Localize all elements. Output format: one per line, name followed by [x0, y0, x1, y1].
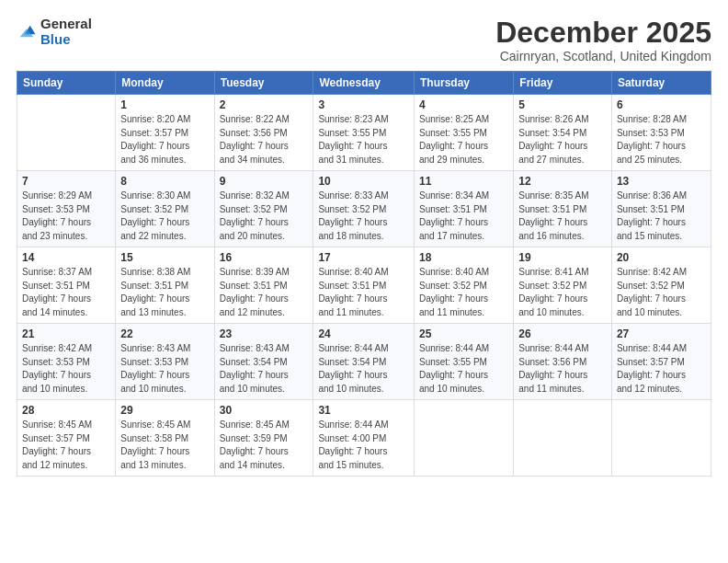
calendar-cell: 19Sunrise: 8:41 AMSunset: 3:52 PMDayligh… [514, 247, 612, 324]
calendar-cell: 3Sunrise: 8:23 AMSunset: 3:55 PMDaylight… [313, 95, 415, 171]
logo: General Blue [17, 17, 92, 47]
calendar-cell: 15Sunrise: 8:38 AMSunset: 3:51 PMDayligh… [116, 247, 214, 324]
day-number: 8 [120, 175, 209, 188]
day-info: Sunrise: 8:42 AMSunset: 3:52 PMDaylight:… [617, 266, 706, 319]
day-number: 23 [220, 327, 309, 340]
calendar-body: 1Sunrise: 8:20 AMSunset: 3:57 PMDaylight… [17, 95, 711, 477]
calendar-cell: 28Sunrise: 8:45 AMSunset: 3:57 PMDayligh… [17, 400, 116, 477]
calendar-cell: 6Sunrise: 8:28 AMSunset: 3:53 PMDaylight… [611, 95, 711, 171]
calendar-cell: 24Sunrise: 8:44 AMSunset: 3:54 PMDayligh… [313, 324, 415, 400]
day-of-week-header: Thursday [414, 72, 513, 95]
calendar: SundayMondayTuesdayWednesdayThursdayFrid… [17, 71, 711, 477]
calendar-week-row: 14Sunrise: 8:37 AMSunset: 3:51 PMDayligh… [17, 247, 711, 324]
day-number: 21 [22, 327, 110, 340]
calendar-cell: 17Sunrise: 8:40 AMSunset: 3:51 PMDayligh… [313, 247, 415, 324]
day-of-week-header: Tuesday [214, 72, 313, 95]
calendar-cell: 9Sunrise: 8:32 AMSunset: 3:52 PMDaylight… [214, 171, 313, 247]
day-number: 2 [220, 98, 309, 111]
calendar-cell: 14Sunrise: 8:37 AMSunset: 3:51 PMDayligh… [17, 247, 116, 324]
day-number: 3 [318, 98, 409, 111]
day-info: Sunrise: 8:23 AMSunset: 3:55 PMDaylight:… [318, 113, 409, 167]
calendar-cell: 12Sunrise: 8:35 AMSunset: 3:51 PMDayligh… [514, 171, 612, 247]
calendar-cell: 13Sunrise: 8:36 AMSunset: 3:51 PMDayligh… [611, 171, 711, 247]
day-number: 28 [22, 404, 110, 417]
month-title: December 2025 [495, 17, 711, 49]
day-info: Sunrise: 8:45 AMSunset: 3:59 PMDaylight:… [220, 419, 309, 472]
day-info: Sunrise: 8:44 AMSunset: 4:00 PMDaylight:… [318, 419, 409, 472]
calendar-cell: 2Sunrise: 8:22 AMSunset: 3:56 PMDaylight… [214, 95, 313, 171]
day-info: Sunrise: 8:42 AMSunset: 3:53 PMDaylight:… [22, 342, 110, 396]
day-info: Sunrise: 8:25 AMSunset: 3:55 PMDaylight:… [419, 113, 508, 167]
day-info: Sunrise: 8:36 AMSunset: 3:51 PMDaylight:… [617, 190, 706, 243]
day-info: Sunrise: 8:44 AMSunset: 3:55 PMDaylight:… [419, 342, 508, 396]
header: General Blue December 2025 Cairnryan, Sc… [17, 17, 711, 63]
day-number: 19 [518, 251, 607, 264]
day-info: Sunrise: 8:44 AMSunset: 3:57 PMDaylight:… [617, 342, 706, 396]
day-info: Sunrise: 8:28 AMSunset: 3:53 PMDaylight:… [617, 113, 706, 167]
logo-blue: Blue [40, 31, 71, 47]
day-info: Sunrise: 8:39 AMSunset: 3:51 PMDaylight:… [220, 266, 309, 319]
calendar-cell: 25Sunrise: 8:44 AMSunset: 3:55 PMDayligh… [414, 324, 513, 400]
day-number: 25 [419, 327, 508, 340]
calendar-cell: 11Sunrise: 8:34 AMSunset: 3:51 PMDayligh… [414, 171, 513, 247]
day-number: 11 [419, 175, 508, 188]
day-info: Sunrise: 8:29 AMSunset: 3:53 PMDaylight:… [22, 190, 110, 243]
calendar-cell: 16Sunrise: 8:39 AMSunset: 3:51 PMDayligh… [214, 247, 313, 324]
day-info: Sunrise: 8:33 AMSunset: 3:52 PMDaylight:… [318, 190, 409, 243]
day-number: 6 [617, 98, 706, 111]
calendar-week-row: 21Sunrise: 8:42 AMSunset: 3:53 PMDayligh… [17, 324, 711, 400]
day-number: 5 [518, 98, 607, 111]
calendar-cell: 31Sunrise: 8:44 AMSunset: 4:00 PMDayligh… [313, 400, 415, 477]
calendar-cell [611, 400, 711, 477]
calendar-cell: 21Sunrise: 8:42 AMSunset: 3:53 PMDayligh… [17, 324, 116, 400]
day-of-week-header: Saturday [611, 72, 711, 95]
calendar-cell: 30Sunrise: 8:45 AMSunset: 3:59 PMDayligh… [214, 400, 313, 477]
day-info: Sunrise: 8:45 AMSunset: 3:57 PMDaylight:… [22, 419, 110, 472]
day-number: 20 [617, 251, 706, 264]
day-info: Sunrise: 8:41 AMSunset: 3:52 PMDaylight:… [518, 266, 607, 319]
calendar-cell: 1Sunrise: 8:20 AMSunset: 3:57 PMDaylight… [116, 95, 214, 171]
day-number: 13 [617, 175, 706, 188]
day-number: 29 [120, 404, 209, 417]
day-number: 4 [419, 98, 508, 111]
day-info: Sunrise: 8:44 AMSunset: 3:56 PMDaylight:… [518, 342, 607, 396]
calendar-header-row: SundayMondayTuesdayWednesdayThursdayFrid… [17, 72, 711, 95]
day-number: 9 [220, 175, 309, 188]
calendar-cell [17, 95, 116, 171]
day-of-week-header: Monday [116, 72, 214, 95]
day-number: 12 [518, 175, 607, 188]
calendar-cell: 5Sunrise: 8:26 AMSunset: 3:54 PMDaylight… [514, 95, 612, 171]
day-info: Sunrise: 8:37 AMSunset: 3:51 PMDaylight:… [22, 266, 110, 319]
day-number: 17 [318, 251, 409, 264]
location: Cairnryan, Scotland, United Kingdom [495, 49, 711, 63]
calendar-cell: 8Sunrise: 8:30 AMSunset: 3:52 PMDaylight… [116, 171, 214, 247]
day-number: 7 [22, 175, 110, 188]
calendar-cell: 10Sunrise: 8:33 AMSunset: 3:52 PMDayligh… [313, 171, 415, 247]
day-number: 22 [120, 327, 209, 340]
calendar-cell: 20Sunrise: 8:42 AMSunset: 3:52 PMDayligh… [611, 247, 711, 324]
calendar-cell: 18Sunrise: 8:40 AMSunset: 3:52 PMDayligh… [414, 247, 513, 324]
day-number: 1 [120, 98, 209, 111]
day-info: Sunrise: 8:45 AMSunset: 3:58 PMDaylight:… [120, 419, 209, 472]
logo-general: General [40, 16, 92, 31]
day-of-week-header: Wednesday [313, 72, 415, 95]
calendar-cell [414, 400, 513, 477]
day-info: Sunrise: 8:43 AMSunset: 3:54 PMDaylight:… [220, 342, 309, 396]
title-block: December 2025 Cairnryan, Scotland, Unite… [495, 17, 711, 63]
day-info: Sunrise: 8:40 AMSunset: 3:52 PMDaylight:… [419, 266, 508, 319]
day-info: Sunrise: 8:43 AMSunset: 3:53 PMDaylight:… [120, 342, 209, 396]
calendar-cell [514, 400, 612, 477]
day-number: 24 [318, 327, 409, 340]
day-number: 30 [220, 404, 309, 417]
logo-icon [17, 22, 37, 42]
calendar-week-row: 7Sunrise: 8:29 AMSunset: 3:53 PMDaylight… [17, 171, 711, 247]
day-number: 27 [617, 327, 706, 340]
logo-text: General Blue [40, 17, 92, 47]
day-number: 10 [318, 175, 409, 188]
day-info: Sunrise: 8:40 AMSunset: 3:51 PMDaylight:… [318, 266, 409, 319]
day-number: 31 [318, 404, 409, 417]
calendar-week-row: 28Sunrise: 8:45 AMSunset: 3:57 PMDayligh… [17, 400, 711, 477]
day-number: 14 [22, 251, 110, 264]
day-info: Sunrise: 8:34 AMSunset: 3:51 PMDaylight:… [419, 190, 508, 243]
calendar-cell: 29Sunrise: 8:45 AMSunset: 3:58 PMDayligh… [116, 400, 214, 477]
